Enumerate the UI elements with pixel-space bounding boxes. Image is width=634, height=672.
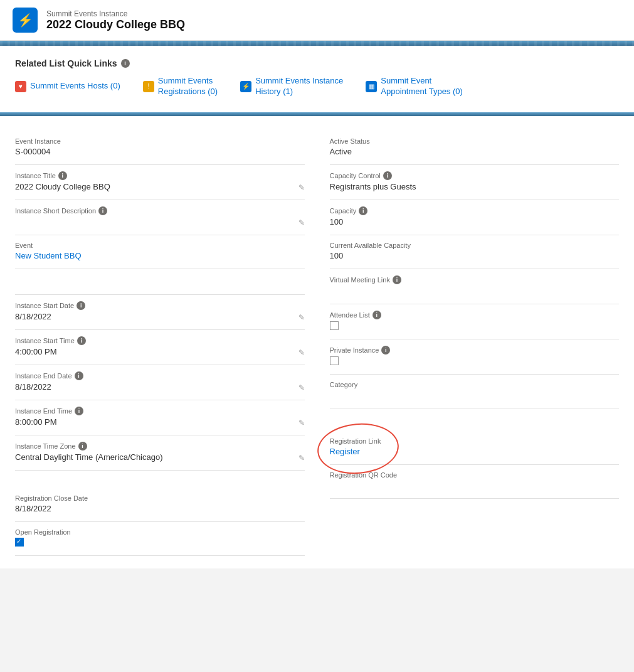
instance-timezone-edit-icon[interactable]: ✎ [299, 454, 305, 462]
open-registration-checkbox[interactable] [15, 538, 24, 547]
value-private-instance [330, 356, 620, 368]
field-instance-end-time: Instance End Time i 8:00:00 PM ✎ [15, 400, 305, 435]
form-grid: Event Instance S-000004 Instance Title i… [15, 131, 619, 556]
instance-end-time-row: 8:00:00 PM ✎ [15, 417, 305, 429]
value-current-avail-capacity: 100 [330, 251, 620, 262]
field-instance-end-date: Instance End Date i 8/18/2022 ✎ [15, 365, 305, 400]
quick-links-row: ♥ Summit Events Hosts (0) ! Summit Event… [15, 76, 619, 101]
field-attendee-list: Attendee List i [330, 304, 620, 339]
value-instance-start-date: 8/18/2022 [15, 312, 51, 323]
registrations-link[interactable]: Summit EventsRegistrations (0) [158, 76, 218, 97]
field-private-instance: Private Instance i [330, 339, 620, 375]
capacity-info-icon[interactable]: i [359, 206, 367, 215]
value-instance-title: 2022 Cloudy College BBQ [15, 182, 110, 193]
label-reg-close-date: Registration Close Date [15, 494, 305, 502]
page-header: ⚡ Summit Events Instance 2022 Cloudy Col… [0, 0, 634, 41]
right-column: Active Status Active Capacity Control i … [330, 131, 620, 556]
value-registration-link[interactable]: Register [330, 447, 620, 458]
app-icon: ⚡ [13, 8, 38, 33]
value-registration-qr [330, 481, 620, 492]
value-event-instance: S-000004 [15, 147, 305, 158]
spacer-left-3 [15, 471, 305, 488]
registrations-icon: ! [143, 81, 154, 92]
quick-links-info-icon[interactable]: i [121, 59, 130, 68]
label-instance-start-date: Instance Start Date i [15, 301, 305, 310]
history-link[interactable]: Summit Events InstanceHistory (1) [255, 76, 343, 97]
label-capacity: Capacity i [330, 206, 620, 215]
field-instance-start-date: Instance Start Date i 8/18/2022 ✎ [15, 295, 305, 330]
field-open-registration: Open Registration [15, 522, 305, 556]
instance-short-desc-row: ✎ [15, 217, 305, 228]
left-column: Event Instance S-000004 Instance Title i… [15, 131, 305, 556]
private-instance-info-icon[interactable]: i [381, 346, 390, 355]
hosts-link[interactable]: Summit Events Hosts (0) [30, 81, 120, 92]
capacity-control-info-icon[interactable]: i [383, 171, 392, 180]
instance-start-time-info-icon[interactable]: i [77, 336, 86, 345]
instance-short-desc-info-icon[interactable]: i [98, 206, 107, 215]
instance-start-date-edit-icon[interactable]: ✎ [299, 313, 305, 322]
label-instance-end-time: Instance End Time i [15, 407, 305, 415]
field-instance-short-desc: Instance Short Description i ✎ [15, 200, 305, 235]
quick-link-appointments: ▦ Summit EventAppointment Types (0) [366, 76, 463, 97]
main-content: Related List Quick Links i ♥ Summit Even… [0, 46, 634, 568]
value-event[interactable]: New Student BBQ [15, 251, 305, 262]
virtual-meeting-link-info-icon[interactable]: i [393, 275, 401, 284]
instance-end-time-info-icon[interactable]: i [75, 407, 83, 415]
spacer-left-1 [15, 269, 305, 282]
value-attendee-list [330, 321, 620, 333]
field-instance-start-time: Instance Start Time i 4:00:00 PM ✎ [15, 330, 305, 365]
label-instance-start-time: Instance Start Time i [15, 336, 305, 345]
value-active-status: Active [330, 147, 620, 158]
quick-link-registrations: ! Summit EventsRegistrations (0) [143, 76, 218, 97]
label-open-registration: Open Registration [15, 528, 305, 536]
field-registration-link: Registration Link Register [330, 431, 620, 465]
instance-start-date-row: 8/18/2022 ✎ [15, 312, 305, 323]
instance-end-time-edit-icon[interactable]: ✎ [299, 419, 305, 427]
appointments-link[interactable]: Summit EventAppointment Types (0) [381, 76, 463, 97]
value-instance-timezone: Central Daylight Time (America/Chicago) [15, 452, 163, 464]
instance-end-date-row: 8/18/2022 ✎ [15, 382, 305, 393]
history-icon: ⚡ [240, 81, 251, 92]
label-current-avail-capacity: Current Available Capacity [330, 242, 620, 249]
attendee-list-checkbox[interactable] [330, 321, 339, 330]
value-instance-end-time: 8:00:00 PM [15, 417, 57, 429]
label-category: Category [330, 381, 620, 388]
value-instance-end-date: 8/18/2022 [15, 382, 51, 393]
label-capacity-control: Capacity Control i [330, 171, 620, 180]
instance-start-time-row: 4:00:00 PM ✎ [15, 347, 305, 358]
field-category: Category [330, 375, 620, 408]
value-instance-start-time: 4:00:00 PM [15, 347, 57, 358]
field-active-status: Active Status Active [330, 131, 620, 165]
label-active-status: Active Status [330, 137, 620, 145]
field-capacity: Capacity i 100 [330, 200, 620, 235]
private-instance-checkbox[interactable] [330, 356, 339, 365]
instance-title-row: 2022 Cloudy College BBQ ✎ [15, 182, 305, 193]
value-reg-close-date: 8/18/2022 [15, 504, 305, 515]
spacer-left-2 [15, 282, 305, 295]
label-instance-title: Instance Title i [15, 171, 305, 180]
label-instance-timezone: Instance Time Zone i [15, 442, 305, 451]
instance-timezone-info-icon[interactable]: i [78, 442, 87, 451]
instance-timezone-row: Central Daylight Time (America/Chicago) … [15, 452, 305, 464]
field-current-avail-capacity: Current Available Capacity 100 [330, 235, 620, 269]
instance-start-time-edit-icon[interactable]: ✎ [299, 348, 305, 357]
attendee-list-info-icon[interactable]: i [372, 311, 381, 319]
instance-end-date-edit-icon[interactable]: ✎ [299, 383, 305, 392]
instance-start-date-info-icon[interactable]: i [77, 301, 85, 310]
quick-links-header: Related List Quick Links i [15, 58, 619, 68]
value-capacity: 100 [330, 217, 620, 228]
instance-title-info-icon[interactable]: i [58, 171, 67, 180]
field-instance-timezone: Instance Time Zone i Central Daylight Ti… [15, 435, 305, 471]
value-category [330, 390, 620, 402]
field-capacity-control: Capacity Control i Registrants plus Gues… [330, 165, 620, 200]
banner-bar [0, 41, 634, 46]
instance-end-date-info-icon[interactable]: i [75, 371, 83, 380]
instance-title-edit-icon[interactable]: ✎ [299, 183, 305, 192]
hosts-icon: ♥ [15, 81, 26, 92]
instance-short-desc-edit-icon[interactable]: ✎ [299, 218, 305, 227]
label-event-instance: Event Instance [15, 137, 305, 145]
label-private-instance: Private Instance i [330, 346, 620, 355]
field-registration-qr: Registration QR Code [330, 465, 620, 499]
field-virtual-meeting-link: Virtual Meeting Link i [330, 269, 620, 304]
header-subtitle: Summit Events Instance [46, 9, 185, 18]
